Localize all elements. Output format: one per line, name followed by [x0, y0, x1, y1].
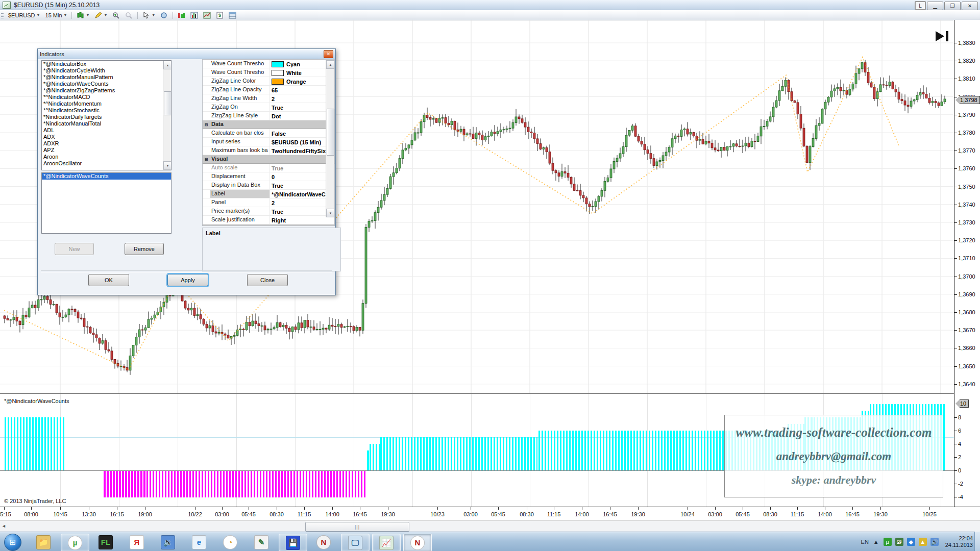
- scroll-down-icon[interactable]: ▼: [163, 161, 172, 170]
- indicator-item[interactable]: *@NindicatorManualPattern: [42, 74, 171, 81]
- taskbar-internet-explorer[interactable]: e: [185, 534, 213, 550]
- close-button[interactable]: ✕: [962, 2, 978, 10]
- scroll-up-icon[interactable]: ▲: [163, 61, 172, 69]
- indicators-button[interactable]: [189, 11, 200, 19]
- horizontal-scrollbar[interactable]: ◄ |||: [0, 520, 980, 532]
- indicator-item[interactable]: *NindicatorManualTotal: [42, 120, 171, 127]
- indicator-item[interactable]: ADXR: [42, 140, 171, 147]
- property-value[interactable]: 65: [270, 86, 334, 94]
- property-row[interactable]: ZigZag Line Width2: [203, 94, 334, 103]
- property-row[interactable]: Label*@NindicatorWaveC: [203, 190, 334, 198]
- data-box-button[interactable]: [159, 11, 169, 19]
- taskbar-chart-monitor[interactable]: 📈: [372, 534, 401, 551]
- property-row[interactable]: ZigZag OnTrue: [203, 103, 334, 112]
- property-row[interactable]: Display in Data BoxTrue: [203, 181, 334, 190]
- close-dialog-button[interactable]: Close: [247, 274, 288, 286]
- taskbar-save-tool[interactable]: 💾: [279, 534, 307, 551]
- zoom-out-button[interactable]: [124, 11, 134, 19]
- property-value[interactable]: Right: [270, 216, 334, 224]
- strategies-button[interactable]: [202, 11, 212, 19]
- indicator-item[interactable]: AroonOscillator: [42, 160, 171, 167]
- selected-indicator-item[interactable]: *@NindicatorWaveCounts: [42, 173, 171, 180]
- property-value[interactable]: True: [270, 103, 334, 111]
- taskbar-volume-app[interactable]: 🔉: [154, 534, 182, 550]
- list-scrollbar[interactable]: ▲ ▼: [163, 61, 171, 170]
- property-row[interactable]: Maximum bars look baTwoHundredFiftySix: [203, 146, 334, 155]
- indicator-item[interactable]: *NindicatorDailyTargets: [42, 114, 171, 120]
- property-value[interactable]: *@NindicatorWaveC: [270, 190, 334, 198]
- restore-button[interactable]: ❐: [944, 2, 961, 10]
- indicator-item[interactable]: Aroon: [42, 154, 171, 160]
- property-section[interactable]: ⊟Data: [203, 120, 334, 129]
- taskbar-ninjatrader-active[interactable]: N: [403, 534, 432, 551]
- grid-scrollbar[interactable]: ▲ ▼: [326, 60, 334, 217]
- property-value[interactable]: 2: [270, 198, 334, 207]
- panel-layout-button[interactable]: [227, 11, 238, 19]
- zoom-in-button[interactable]: [111, 11, 121, 19]
- dropbox-tray-icon[interactable]: ◆: [907, 538, 915, 546]
- ok-button[interactable]: OK: [88, 274, 129, 286]
- indicator-item[interactable]: *@NindicatorBox: [42, 61, 171, 67]
- property-value[interactable]: Cyan: [270, 60, 334, 68]
- property-row[interactable]: Auto scaleTrue: [203, 164, 334, 172]
- hidden-icons-button[interactable]: ▲: [873, 539, 879, 545]
- network-tray-icon[interactable]: 🖳: [895, 538, 903, 546]
- property-value[interactable]: Orange: [270, 77, 334, 85]
- indicator-item[interactable]: APZ: [42, 147, 171, 154]
- instrument-selector[interactable]: $EURUSD▼: [7, 11, 42, 19]
- properties-grid[interactable]: Wave Count ThreshoCyanWave Count Thresho…: [202, 59, 335, 226]
- indicator-item[interactable]: ADX: [42, 134, 171, 140]
- indicator-item[interactable]: *^NindicatorMomentum: [42, 101, 171, 107]
- scrollbar-thumb[interactable]: [164, 91, 172, 115]
- property-value[interactable]: True: [270, 164, 334, 172]
- collapse-icon[interactable]: ⊟: [203, 120, 210, 129]
- taskbar-fl-app[interactable]: FL: [92, 534, 119, 550]
- indicator-item[interactable]: ADL: [42, 127, 171, 134]
- property-value[interactable]: 2: [270, 94, 334, 103]
- scrollbar-thumb[interactable]: [327, 109, 334, 156]
- property-value[interactable]: True: [270, 207, 334, 215]
- chart-style-button[interactable]: ▼: [75, 11, 91, 19]
- apply-button[interactable]: Apply: [167, 274, 208, 286]
- indicator-item[interactable]: *^NindicatorMACD: [42, 94, 171, 101]
- taskbar-yandex-browser[interactable]: Я: [123, 534, 151, 550]
- indicator-item[interactable]: *@NindicatorZigZagPatterns: [42, 87, 171, 94]
- scroll-down-icon[interactable]: ▼: [326, 209, 335, 217]
- indicator-item[interactable]: *@NindicatorWaveCounts: [42, 81, 171, 87]
- available-indicators-list[interactable]: *@NindicatorBox*@NindicatorCycleWidth*@N…: [41, 60, 172, 170]
- link-button[interactable]: L: [915, 1, 926, 10]
- scrollbar-thumb[interactable]: |||: [305, 522, 409, 532]
- property-row[interactable]: ZigZag Line Opacity65: [203, 86, 334, 94]
- taskbar-explorer[interactable]: 📁: [30, 534, 57, 550]
- clock[interactable]: 22:04 24.11.2013: [945, 535, 973, 548]
- toolbar-grip[interactable]: [1, 12, 4, 19]
- property-row[interactable]: Displacement0: [203, 172, 334, 181]
- taskbar-notepad-editor[interactable]: ✎: [248, 534, 275, 550]
- volume-tray-icon[interactable]: 🔊: [930, 538, 939, 546]
- dialog-titlebar[interactable]: Indicators ✕: [38, 49, 335, 59]
- property-row[interactable]: Price marker(s)True: [203, 207, 334, 216]
- property-row[interactable]: ZizgZag Line StyleDot: [203, 112, 334, 120]
- property-value[interactable]: True: [270, 181, 334, 189]
- show-desktop-button[interactable]: [974, 532, 980, 551]
- indicator-item[interactable]: *@NindicatorCycleWidth: [42, 67, 171, 74]
- scroll-left-arrow[interactable]: ◄: [2, 523, 6, 529]
- property-row[interactable]: Panel2: [203, 198, 334, 207]
- price-axis[interactable]: 1,38301,38201,38101,38001,37901,37801,37…: [954, 20, 980, 520]
- start-button[interactable]: ⊞: [4, 534, 21, 551]
- selected-indicators-list[interactable]: *@NindicatorWaveCounts: [41, 172, 172, 234]
- collapse-icon[interactable]: ⊟: [203, 224, 210, 226]
- collapse-icon[interactable]: ⊟: [203, 155, 210, 163]
- taskbar-ninjatrader[interactable]: N: [310, 534, 337, 550]
- property-value[interactable]: False: [270, 129, 334, 137]
- utorrent-tray-icon[interactable]: µ: [884, 538, 892, 546]
- property-value[interactable]: White: [270, 68, 334, 77]
- property-section[interactable]: ⊟Visual: [203, 155, 334, 164]
- gdrive-tray-icon[interactable]: ▲: [919, 538, 927, 546]
- property-row[interactable]: Input series$EURUSD (15 Min): [203, 138, 334, 146]
- new-button[interactable]: New: [55, 243, 94, 255]
- property-value[interactable]: $EURUSD (15 Min): [270, 138, 334, 146]
- account-button[interactable]: $: [214, 11, 225, 19]
- property-row[interactable]: Scale justificationRight: [203, 216, 334, 224]
- scroll-up-icon[interactable]: ▲: [326, 60, 335, 69]
